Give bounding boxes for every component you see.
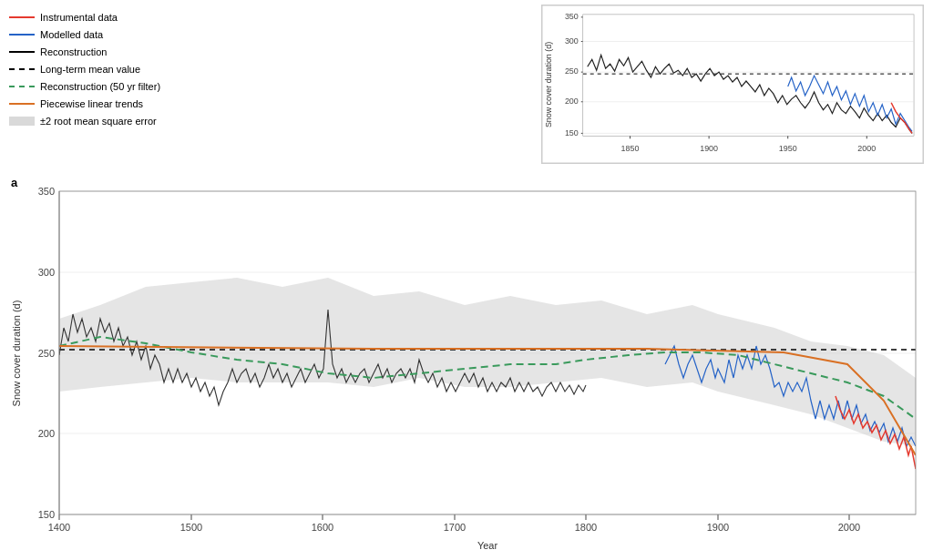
svg-text:Year: Year [477, 540, 498, 551]
legend-item-recon50: Reconstruction (50 yr filter) [9, 78, 160, 95]
legend-line-orange [9, 103, 35, 105]
svg-text:1950: 1950 [779, 144, 797, 153]
svg-text:250: 250 [38, 348, 55, 359]
legend-item-rmse: ±2 root mean square error [9, 113, 160, 129]
legend-line-green-dashed [9, 86, 35, 87]
legend-label-piecewise: Piecewise linear trends [40, 96, 143, 112]
legend-item-instrumental: Instrumental data [9, 9, 160, 25]
svg-text:150: 150 [565, 128, 579, 137]
legend-line-blue [9, 34, 35, 36]
legend-label-instrumental: Instrumental data [40, 9, 118, 25]
svg-text:200: 200 [565, 97, 579, 106]
legend-rect-rmse [9, 117, 35, 126]
svg-rect-0 [542, 5, 923, 163]
svg-text:350: 350 [38, 187, 55, 197]
legend-line-red [9, 16, 35, 18]
svg-text:1500: 1500 [180, 522, 202, 533]
svg-text:250: 250 [565, 66, 579, 76]
svg-text:Snow cover duration (d): Snow cover duration (d) [544, 42, 553, 127]
legend-label-rmse: ±2 root mean square error [40, 113, 157, 129]
svg-text:1850: 1850 [621, 144, 640, 153]
svg-text:Snow cover duration (d): Snow cover duration (d) [11, 300, 22, 407]
svg-text:200: 200 [38, 428, 55, 439]
svg-text:2000: 2000 [838, 522, 860, 533]
legend-label-recon50: Reconstruction (50 yr filter) [40, 78, 160, 95]
legend-label-reconstruction: Reconstruction [40, 44, 107, 60]
svg-text:1900: 1900 [700, 144, 718, 153]
legend-label-longterm: Long-term mean value [40, 61, 140, 77]
legend-label-modelled: Modelled data [40, 26, 103, 43]
svg-text:150: 150 [38, 509, 55, 520]
svg-text:300: 300 [565, 36, 579, 46]
svg-text:300: 300 [38, 267, 55, 278]
legend-item-modelled: Modelled data [9, 26, 160, 43]
svg-text:1600: 1600 [312, 522, 333, 533]
svg-text:1400: 1400 [48, 522, 70, 533]
main-chart: 150 200 250 300 350 1400 1500 1600 1700 … [9, 187, 924, 551]
inset-chart: 150 200 250 300 350 1850 1900 1950 2000 … [541, 5, 924, 164]
svg-text:1900: 1900 [707, 522, 729, 533]
legend-item-piecewise: Piecewise linear trends [9, 96, 160, 112]
svg-text:2000: 2000 [857, 144, 876, 153]
main-container: Instrumental data Modelled data Reconstr… [0, 0, 933, 560]
legend-line-black-dashed [9, 68, 35, 70]
legend: Instrumental data Modelled data Reconstr… [9, 9, 160, 130]
legend-item-reconstruction: Reconstruction [9, 44, 160, 60]
svg-text:350: 350 [565, 12, 579, 21]
legend-line-black [9, 51, 35, 53]
svg-text:1700: 1700 [444, 522, 466, 533]
svg-text:1800: 1800 [575, 522, 597, 533]
legend-item-longterm: Long-term mean value [9, 61, 160, 77]
